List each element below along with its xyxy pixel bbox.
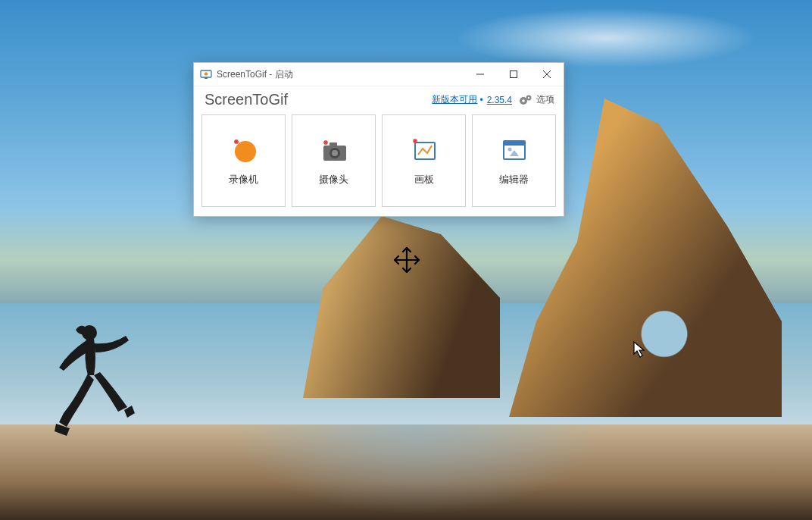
editor-tile[interactable]: 编辑器: [472, 114, 556, 207]
version-link[interactable]: 2.35.4: [487, 95, 512, 105]
window-title: ScreenToGif - 启动: [217, 68, 293, 81]
wallpaper-decor: [227, 424, 606, 515]
tile-label: 录像机: [229, 173, 258, 186]
svg-rect-2: [205, 77, 208, 79]
svg-point-3: [205, 72, 208, 75]
tile-row: 录像机 摄像头: [194, 114, 564, 216]
gear-icon: [518, 94, 533, 106]
camera-icon: [319, 135, 349, 165]
app-name: ScreenToGif: [205, 91, 288, 108]
svg-rect-19: [329, 143, 337, 146]
app-icon: [200, 68, 212, 80]
screentogif-startup-window: ScreenToGif - 启动 ScreenToGif 新版本可用 • 2.3…: [193, 62, 564, 217]
minimize-button[interactable]: [464, 63, 497, 86]
tile-label: 摄像头: [319, 173, 348, 186]
wallpaper-decor: [303, 216, 500, 398]
close-button[interactable]: [530, 63, 564, 86]
board-icon: [409, 135, 439, 165]
options-button[interactable]: 选项: [518, 93, 554, 106]
tile-label: 画板: [414, 173, 434, 186]
webcam-tile[interactable]: 摄像头: [292, 114, 376, 207]
header-row: ScreenToGif 新版本可用 • 2.35.4 选项: [194, 86, 564, 114]
svg-point-11: [528, 96, 529, 98]
recorder-icon: [229, 135, 259, 165]
window-controls: [464, 63, 564, 86]
svg-rect-5: [511, 71, 517, 78]
svg-point-21: [332, 150, 338, 156]
board-tile[interactable]: 画板: [382, 114, 466, 207]
separator-bullet: •: [479, 95, 483, 105]
update-available-link[interactable]: 新版本可用: [432, 93, 477, 106]
wallpaper-decor: [623, 303, 706, 371]
maximize-button[interactable]: [497, 63, 530, 86]
window-titlebar[interactable]: ScreenToGif - 启动: [194, 63, 564, 86]
wallpaper-runner: [53, 322, 136, 451]
svg-point-34: [508, 148, 511, 152]
recorder-tile[interactable]: 录像机: [201, 114, 286, 207]
tile-label: 编辑器: [499, 173, 529, 186]
wallpaper-decor: [454, 8, 757, 68]
svg-point-9: [522, 99, 525, 102]
svg-marker-33: [510, 150, 519, 156]
options-label: 选项: [536, 93, 554, 106]
svg-point-12: [235, 141, 256, 162]
editor-icon: [499, 135, 529, 165]
svg-rect-32: [504, 141, 525, 146]
